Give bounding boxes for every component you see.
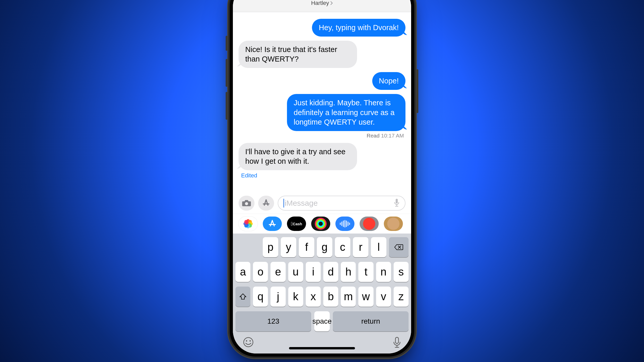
microphone-icon bbox=[393, 337, 401, 348]
screen: Hartley Hey, typing with Dvorak! Nice! I… bbox=[233, 0, 411, 354]
dictation-button[interactable] bbox=[394, 198, 400, 208]
fitness-app-button[interactable] bbox=[311, 217, 330, 231]
key-i[interactable]: i bbox=[306, 262, 321, 282]
message-input[interactable]: iMessage bbox=[278, 196, 405, 211]
side-button bbox=[416, 69, 418, 113]
conversation-header: Hartley bbox=[233, 0, 411, 12]
photos-icon bbox=[244, 219, 252, 228]
message-composer: iMessage bbox=[233, 193, 411, 214]
facetime-button[interactable] bbox=[388, 0, 404, 2]
backspace-icon bbox=[394, 244, 403, 251]
app-store-icon bbox=[262, 199, 270, 207]
svg-point-1 bbox=[245, 202, 248, 205]
key-m[interactable]: m bbox=[341, 287, 356, 307]
keyboard-dictation-button[interactable] bbox=[393, 337, 401, 349]
message-bubble: I'll have to give it a try and see how I… bbox=[239, 143, 357, 170]
message-bubble: Just kidding. Maybe. There is definitely… bbox=[287, 94, 405, 131]
svg-point-10 bbox=[244, 338, 253, 347]
waveform-icon bbox=[339, 220, 351, 228]
keyboard-row-3: q j k x b m w v z bbox=[235, 287, 409, 307]
dvorak-keyboard: p y f g c r l a o e u i d h t n bbox=[233, 234, 411, 354]
keyboard-row-2: a o e u i d h t n s bbox=[235, 262, 409, 282]
key-h[interactable]: h bbox=[341, 262, 356, 282]
microphone-icon bbox=[394, 198, 400, 207]
chevron-right-icon bbox=[330, 1, 333, 5]
photos-app-button[interactable] bbox=[239, 217, 258, 231]
key-k[interactable]: k bbox=[288, 287, 303, 307]
back-button[interactable] bbox=[238, 0, 246, 0]
message-bubble: Hey, typing with Dvorak! bbox=[312, 19, 405, 37]
volume-down-button bbox=[226, 92, 228, 120]
svg-point-11 bbox=[246, 340, 247, 342]
camera-icon bbox=[242, 199, 251, 207]
app-store-icon bbox=[268, 219, 277, 228]
iphone-frame: Hartley Hey, typing with Dvorak! Nice! I… bbox=[227, 0, 417, 359]
memoji-button[interactable] bbox=[360, 217, 379, 231]
key-q[interactable]: q bbox=[253, 287, 268, 307]
message-sent[interactable]: Nope! bbox=[239, 72, 405, 90]
emoji-keyboard-button[interactable] bbox=[243, 337, 254, 349]
return-key[interactable]: return bbox=[333, 311, 409, 331]
key-u[interactable]: u bbox=[288, 262, 303, 282]
volume-up-button bbox=[226, 59, 228, 87]
contact-name-button[interactable]: Hartley bbox=[311, 0, 333, 6]
imessage-store-button[interactable] bbox=[263, 217, 282, 231]
key-v[interactable]: v bbox=[376, 287, 391, 307]
key-c[interactable]: c bbox=[335, 237, 350, 257]
message-bubble: Nope! bbox=[372, 72, 405, 90]
edited-label: Edited bbox=[239, 172, 405, 179]
keyboard-bottom-row bbox=[235, 331, 409, 349]
camera-button[interactable] bbox=[239, 196, 255, 211]
read-receipt: Read 10:17 AM bbox=[239, 133, 405, 139]
key-p[interactable]: p bbox=[263, 237, 278, 257]
message-sent[interactable]: Just kidding. Maybe. There is definitely… bbox=[239, 94, 405, 131]
keyboard-row-4: 123 space return bbox=[235, 311, 409, 331]
key-b[interactable]: b bbox=[323, 287, 338, 307]
message-bubble: Nice! Is it true that it's faster than Q… bbox=[239, 41, 357, 68]
key-y[interactable]: y bbox=[281, 237, 296, 257]
key-d[interactable]: d bbox=[323, 262, 338, 282]
key-e[interactable]: e bbox=[270, 262, 285, 282]
read-time: 10:17 AM bbox=[381, 133, 404, 139]
message-sent[interactable]: Hey, typing with Dvorak! bbox=[239, 19, 405, 37]
app-store-button[interactable] bbox=[258, 196, 274, 211]
key-l[interactable]: l bbox=[371, 237, 386, 257]
audio-messages-button[interactable] bbox=[335, 217, 354, 231]
emoji-icon bbox=[243, 337, 254, 348]
key-f[interactable]: f bbox=[299, 237, 314, 257]
contact-name-label: Hartley bbox=[311, 0, 329, 6]
svg-point-12 bbox=[250, 340, 251, 342]
text-cursor bbox=[283, 199, 284, 208]
numbers-key[interactable]: 123 bbox=[235, 311, 311, 331]
input-placeholder: iMessage bbox=[285, 199, 394, 208]
svg-rect-2 bbox=[396, 199, 398, 203]
message-received[interactable]: I'll have to give it a try and see how I… bbox=[239, 143, 405, 170]
memoji-stickers-button[interactable] bbox=[384, 217, 403, 231]
space-key[interactable]: space bbox=[314, 311, 330, 331]
key-z[interactable]: z bbox=[394, 287, 409, 307]
shift-key[interactable] bbox=[235, 287, 250, 307]
key-r[interactable]: r bbox=[353, 237, 368, 257]
mute-switch bbox=[226, 36, 228, 51]
home-indicator[interactable] bbox=[289, 347, 355, 349]
key-j[interactable]: j bbox=[270, 287, 285, 307]
backspace-key[interactable] bbox=[389, 237, 409, 257]
key-n[interactable]: n bbox=[376, 262, 391, 282]
key-a[interactable]: a bbox=[235, 262, 250, 282]
shift-icon bbox=[239, 293, 247, 300]
message-received[interactable]: Nice! Is it true that it's faster than Q… bbox=[239, 41, 405, 68]
keyboard-row-1: p y f g c r l bbox=[235, 237, 409, 257]
read-label: Read bbox=[367, 133, 379, 139]
key-g[interactable]: g bbox=[317, 237, 332, 257]
cash-label: Cash bbox=[293, 222, 302, 226]
key-o[interactable]: o bbox=[253, 262, 268, 282]
svg-rect-13 bbox=[395, 337, 399, 343]
imessage-app-strip: Cash bbox=[233, 214, 411, 234]
key-w[interactable]: w bbox=[358, 287, 373, 307]
message-thread[interactable]: Hey, typing with Dvorak! Nice! Is it tru… bbox=[233, 12, 411, 193]
apple-cash-button[interactable]: Cash bbox=[287, 217, 306, 231]
key-s[interactable]: s bbox=[394, 262, 409, 282]
key-t[interactable]: t bbox=[358, 262, 373, 282]
key-x[interactable]: x bbox=[306, 287, 321, 307]
